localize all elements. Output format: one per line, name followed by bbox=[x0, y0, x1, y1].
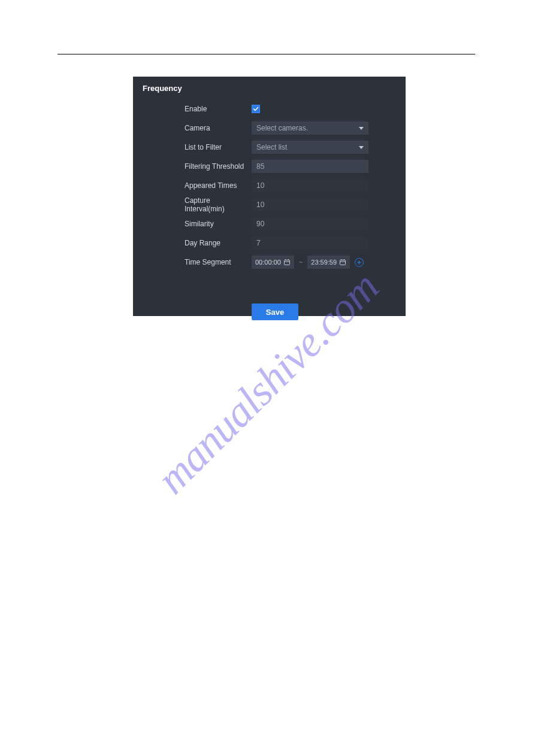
save-button[interactable]: Save bbox=[252, 303, 298, 320]
time-end-picker[interactable]: 23:59:59 bbox=[307, 256, 350, 269]
calendar-icon bbox=[339, 259, 346, 266]
list-select-placeholder: Select list bbox=[256, 143, 287, 151]
label-appeared-times: Appeared Times bbox=[185, 181, 252, 190]
add-time-segment-button[interactable] bbox=[355, 258, 364, 267]
row-similarity: Similarity 90 bbox=[185, 217, 396, 230]
time-start-value: 00:00:00 bbox=[255, 259, 281, 266]
appeared-times-input[interactable]: 10 bbox=[252, 179, 368, 192]
label-list-to-filter: List to Filter bbox=[185, 143, 252, 151]
appeared-times-value: 10 bbox=[256, 181, 264, 190]
label-filtering-threshold: Filtering Threshold bbox=[185, 162, 252, 171]
label-camera: Camera bbox=[185, 124, 252, 132]
plus-icon bbox=[356, 260, 362, 265]
time-separator: ~ bbox=[299, 259, 303, 266]
row-capture-interval: Capture Interval(min) 10 bbox=[185, 198, 396, 211]
row-appeared-times: Appeared Times 10 bbox=[185, 179, 396, 192]
day-range-input[interactable]: 7 bbox=[252, 236, 368, 250]
check-icon bbox=[253, 106, 259, 112]
camera-select[interactable]: Select cameras. bbox=[252, 122, 368, 135]
similarity-input[interactable]: 90 bbox=[252, 217, 368, 230]
capture-interval-input[interactable]: 10 bbox=[252, 198, 368, 211]
form: Enable Camera Select cameras. List to Fi… bbox=[185, 102, 396, 320]
row-filtering-threshold: Filtering Threshold 85 bbox=[185, 160, 396, 173]
list-select[interactable]: Select list bbox=[252, 141, 368, 154]
time-end-value: 23:59:59 bbox=[311, 259, 337, 266]
chevron-down-icon bbox=[359, 127, 364, 130]
label-similarity: Similarity bbox=[185, 220, 252, 228]
day-range-value: 7 bbox=[256, 239, 261, 247]
calendar-icon bbox=[283, 259, 291, 266]
enable-checkbox[interactable] bbox=[252, 105, 260, 113]
svg-rect-0 bbox=[284, 260, 289, 265]
label-time-segment: Time Segment bbox=[185, 258, 252, 266]
filtering-threshold-value: 85 bbox=[256, 162, 264, 171]
row-list-to-filter: List to Filter Select list bbox=[185, 141, 396, 154]
label-day-range: Day Range bbox=[185, 239, 252, 247]
svg-rect-4 bbox=[340, 260, 346, 265]
camera-select-placeholder: Select cameras. bbox=[256, 124, 308, 132]
chevron-down-icon bbox=[359, 146, 364, 149]
time-start-picker[interactable]: 00:00:00 bbox=[252, 256, 294, 269]
row-time-segment: Time Segment 00:00:00 ~ 23:59:59 bbox=[185, 256, 396, 269]
row-day-range: Day Range 7 bbox=[185, 236, 396, 250]
label-enable: Enable bbox=[185, 105, 252, 113]
frequency-panel: Frequency Enable Camera Select cameras. … bbox=[133, 77, 406, 316]
row-enable: Enable bbox=[185, 102, 396, 116]
row-camera: Camera Select cameras. bbox=[185, 122, 396, 135]
label-capture-interval: Capture Interval(min) bbox=[185, 196, 252, 214]
time-segment-group: 00:00:00 ~ 23:59:59 bbox=[252, 256, 364, 269]
header-divider bbox=[58, 54, 475, 54]
similarity-value: 90 bbox=[256, 220, 264, 228]
filtering-threshold-input[interactable]: 85 bbox=[252, 160, 368, 173]
panel-title: Frequency bbox=[143, 84, 396, 93]
capture-interval-value: 10 bbox=[256, 201, 264, 209]
